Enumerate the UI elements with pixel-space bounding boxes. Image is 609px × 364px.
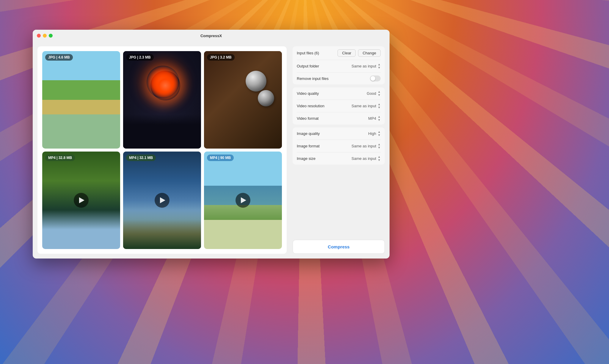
image-format-control[interactable]: Same as input ▲ ▼ [351, 143, 381, 149]
minimize-button[interactable] [43, 34, 47, 38]
change-button[interactable]: Change [358, 49, 381, 57]
image-format-value: Same as input [351, 144, 376, 148]
file-card-2[interactable]: JPG | 2.3 MB [123, 51, 201, 149]
image-size-control[interactable]: Same as input ▲ ▼ [351, 155, 381, 162]
video-quality-label: Video quality [297, 91, 319, 96]
file-thumb-3 [204, 51, 282, 149]
play-icon-4 [79, 197, 84, 203]
video-quality-value: Good [367, 91, 376, 96]
video-resolution-stepper[interactable]: ▲ ▼ [378, 103, 381, 109]
play-button-6[interactable] [236, 193, 250, 208]
play-icon-5 [160, 197, 165, 203]
play-button-5[interactable] [155, 193, 169, 208]
file-grid-panel: JPG | 4.6 MB JPG | 2.3 MB J [37, 46, 287, 254]
input-files-row: Input files (6) Clear Change [297, 46, 381, 60]
remove-input-label: Remove input files [297, 76, 329, 81]
app-window: CompressX JPG | 4.6 MB JPG | 2.3 MB [33, 30, 390, 259]
output-folder-label: Output folder [297, 64, 319, 68]
image-format-stepper[interactable]: ▲ ▼ [378, 143, 381, 149]
file-card-4[interactable]: MP4 | 32.8 MB [42, 152, 120, 249]
compress-button[interactable]: Compress [293, 240, 385, 254]
main-content: JPG | 4.6 MB JPG | 2.3 MB J [33, 42, 390, 259]
firework-glow [147, 66, 179, 98]
file-thumb-1 [42, 51, 120, 149]
video-quality-row: Video quality Good ▲ ▼ [297, 87, 381, 100]
play-icon-6 [241, 197, 246, 203]
image-quality-control[interactable]: High ▲ ▼ [368, 130, 381, 137]
file-badge-1: JPG | 4.6 MB [45, 54, 73, 61]
image-size-row: Image size Same as input ▲ ▼ [297, 152, 381, 165]
file-card-3[interactable]: JPG | 3.2 MB [204, 51, 282, 149]
file-card-6[interactable]: MP4 | 90 MB [204, 152, 282, 249]
disco-ball-2 [258, 90, 274, 106]
video-settings-section: Video quality Good ▲ ▼ Video resolution … [293, 87, 385, 125]
image-size-value: Same as input [351, 156, 376, 161]
video-quality-stepper[interactable]: ▲ ▼ [378, 90, 381, 97]
image-quality-label: Image quality [297, 131, 320, 136]
video-resolution-control[interactable]: Same as input ▲ ▼ [351, 103, 381, 109]
titlebar: CompressX [33, 30, 390, 42]
output-folder-control[interactable]: Same as input ▲ ▼ [351, 63, 381, 69]
output-folder-value: Same as input [351, 64, 376, 68]
file-thumb-2 [123, 51, 201, 149]
crowd-silhouette [123, 114, 201, 149]
traffic-lights [37, 34, 53, 38]
image-settings-section: Image quality High ▲ ▼ Image format Same… [293, 127, 385, 165]
remove-input-row: Remove input files [297, 73, 381, 84]
compress-section: Compress [293, 235, 385, 254]
input-files-section: Input files (6) Clear Change Output fold… [293, 46, 385, 84]
maximize-button[interactable] [49, 34, 53, 38]
file-badge-6: MP4 | 90 MB [207, 155, 234, 161]
output-folder-row: Output folder Same as input ▲ ▼ [297, 60, 381, 73]
file-badge-2: JPG | 2.3 MB [126, 54, 154, 61]
file-badge-3: JPG | 3.2 MB [207, 54, 235, 61]
image-quality-row: Image quality High ▲ ▼ [297, 127, 381, 140]
video-format-value: MP4 [368, 116, 376, 121]
play-button-4[interactable] [74, 193, 89, 208]
file-card-5[interactable]: MP4 | 32.1 MB [123, 152, 201, 249]
land-overlay [123, 210, 201, 249]
input-files-buttons: Clear Change [338, 49, 381, 57]
disco-ball-1 [246, 71, 266, 92]
image-format-label: Image format [297, 144, 320, 148]
video-format-control[interactable]: MP4 ▲ ▼ [368, 115, 381, 122]
output-folder-stepper[interactable]: ▲ ▼ [378, 63, 381, 69]
video-format-label: Video format [297, 116, 318, 121]
video-resolution-label: Video resolution [297, 104, 324, 108]
file-badge-5: MP4 | 32.1 MB [126, 155, 156, 161]
image-size-label: Image size [297, 156, 316, 161]
close-button[interactable] [37, 34, 41, 38]
video-resolution-row: Video resolution Same as input ▲ ▼ [297, 100, 381, 112]
video-resolution-value: Same as input [351, 104, 376, 108]
image-quality-value: High [368, 131, 376, 136]
input-files-label: Input files (6) [297, 51, 319, 55]
window-title: CompressX [200, 34, 222, 38]
image-quality-stepper[interactable]: ▲ ▼ [378, 130, 381, 137]
settings-panel: Input files (6) Clear Change Output fold… [293, 46, 385, 254]
video-quality-control[interactable]: Good ▲ ▼ [367, 90, 381, 97]
video-format-stepper[interactable]: ▲ ▼ [378, 115, 381, 122]
image-size-stepper[interactable]: ▲ ▼ [378, 155, 381, 162]
clear-button[interactable]: Clear [338, 49, 356, 57]
image-format-row: Image format Same as input ▲ ▼ [297, 140, 381, 152]
video-format-row: Video format MP4 ▲ ▼ [297, 112, 381, 125]
file-badge-4: MP4 | 32.8 MB [45, 155, 75, 161]
file-card-1[interactable]: JPG | 4.6 MB [42, 51, 120, 149]
remove-input-toggle[interactable] [370, 75, 381, 81]
